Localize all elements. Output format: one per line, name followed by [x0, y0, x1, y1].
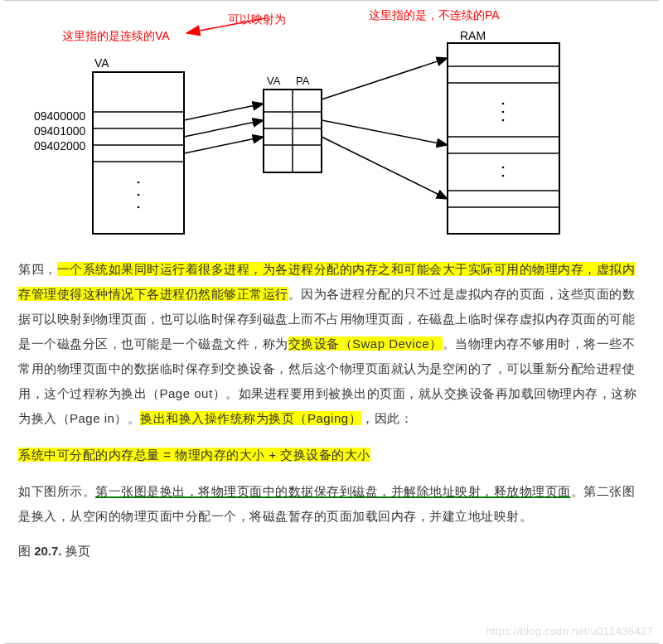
- svg-point-10: [138, 206, 140, 209]
- svg-point-23: [502, 103, 505, 105]
- memory-mapping-diagram: [0, 0, 663, 249]
- svg-line-30: [184, 137, 264, 153]
- figure-caption: 图 20.7. 换页: [0, 529, 663, 559]
- watermark: https://blog.csdn.net/u011436427: [486, 625, 653, 637]
- svg-point-9: [138, 194, 140, 196]
- svg-point-27: [502, 175, 505, 177]
- svg-line-28: [184, 104, 264, 120]
- caption-title: 换页: [62, 544, 90, 558]
- p1-highlight-3: 换出和换入操作统称为换页（Paging）: [140, 411, 361, 425]
- svg-point-8: [138, 182, 140, 184]
- paragraph-2: 如下图所示。第一张图是换出，将物理页面中的数据保存到磁盘，并解除地址映射，释放物…: [0, 467, 663, 529]
- svg-line-31: [322, 58, 448, 99]
- svg-line-32: [322, 120, 448, 145]
- diagram-area: 这里指的是连续的VA 可以映射为 这里指的是，不连续的PA RAM VA VA …: [0, 0, 663, 249]
- caption-num: 20.7.: [34, 544, 61, 558]
- svg-rect-16: [448, 43, 559, 234]
- equation-text: 系统中可分配的内存总量 = 物理内存的大小 + 交换设备的大小: [18, 448, 370, 462]
- paragraph-1: 第四，一个系统如果同时运行着很多进程，为各进程分配的内存之和可能会大于实际可用的…: [0, 249, 663, 431]
- svg-line-2: [186, 18, 265, 33]
- p1-text-4: ，因此：: [361, 411, 413, 425]
- svg-line-29: [184, 120, 264, 137]
- svg-point-25: [502, 119, 505, 122]
- p2-underline-1: 第一张图是换出，将物理页面中的数据保存到磁盘，并解除地址映射，释放物理页面: [95, 484, 571, 498]
- svg-point-26: [502, 167, 505, 169]
- caption-prefix: 图: [18, 544, 34, 558]
- equation-line: 系统中可分配的内存总量 = 物理内存的大小 + 交换设备的大小: [0, 431, 663, 467]
- p1-highlight-2: 交换设备（Swap Device）: [288, 337, 443, 351]
- svg-point-24: [502, 111, 505, 114]
- p1-text-1: 第四，: [18, 262, 57, 276]
- svg-line-33: [322, 137, 448, 199]
- svg-rect-3: [93, 72, 184, 234]
- p2-text-1: 如下图所示。: [18, 484, 95, 498]
